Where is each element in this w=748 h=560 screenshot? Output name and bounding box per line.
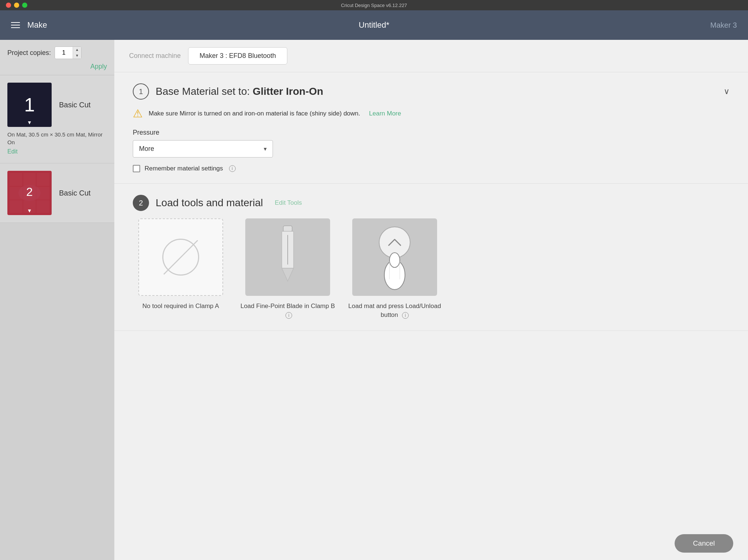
warning-row: ⚠ Make sure Mirror is turned on and iron… [133, 107, 730, 120]
press-svg [361, 220, 428, 294]
main-layout: Project copies: ▲ ▼ Apply 1 ▼ Basic Cut [0, 40, 748, 560]
apply-button[interactable]: Apply [7, 63, 107, 70]
mat-scroll-arrow-2: ▼ [27, 208, 32, 214]
connect-machine-button[interactable]: Maker 3 : EFD8 Bluetooth [188, 47, 287, 65]
pressure-select[interactable]: More ▾ [133, 140, 273, 158]
close-button[interactable] [6, 3, 11, 8]
app-title: Cricut Design Space v6.12.227 [341, 3, 407, 8]
project-copies-label: Project copies: [7, 49, 51, 57]
tool-image-3 [352, 218, 437, 296]
step-1-title: Base Material set to: Glitter Iron-On [156, 86, 323, 97]
tool-label-1: No tool required in Clamp A [142, 302, 219, 311]
tools-row: No tool required in Clamp A [133, 218, 730, 319]
tool-label-3: Load mat and press Load/Unload button i [347, 302, 443, 319]
tool-label-2: Load Fine-Point Blade in Clamp B i [240, 302, 336, 319]
tool-card-2: Load Fine-Point Blade in Clamp B i [240, 218, 336, 319]
mat-item-1: 1 ▼ Basic Cut On Mat, 30.5 cm × 30.5 cm … [0, 75, 114, 163]
edit-tools-link[interactable]: Edit Tools [275, 199, 302, 207]
copies-down-button[interactable]: ▼ [73, 53, 81, 59]
cancel-button[interactable]: Cancel [675, 534, 733, 553]
step-1-number: 1 [139, 87, 143, 96]
hamburger-line-3 [11, 27, 20, 28]
minimize-button[interactable] [14, 3, 19, 8]
connect-label: Connect machine [129, 52, 181, 60]
remember-info-icon[interactable]: i [229, 165, 236, 172]
step-1-section: 1 Base Material set to: Glitter Iron-On … [114, 72, 748, 184]
step-1-chevron[interactable]: ∨ [724, 87, 730, 96]
step-1-header: 1 Base Material set to: Glitter Iron-On … [133, 83, 730, 100]
hamburger-line-1 [11, 22, 20, 23]
svg-point-8 [389, 253, 400, 267]
mat-item-1-inner: 1 ▼ Basic Cut [7, 83, 107, 127]
remember-checkbox[interactable] [133, 165, 140, 172]
content-area: Connect machine Maker 3 : EFD8 Bluetooth… [114, 40, 748, 560]
bottom-bar: Cancel [114, 527, 748, 560]
project-copies-row: Project copies: ▲ ▼ [7, 46, 107, 59]
title-bar: Cricut Design Space v6.12.227 [0, 0, 748, 10]
blade-svg [273, 224, 302, 290]
sidebar-top: Project copies: ▲ ▼ Apply [0, 40, 114, 75]
step-2-section: 2 Load tools and material Edit Tools No … [114, 184, 748, 331]
warning-text: Make sure Mirror is turned on and iron-o… [149, 110, 360, 117]
nav-left: Make [11, 20, 47, 30]
sidebar: Project copies: ▲ ▼ Apply 1 ▼ Basic Cut [0, 40, 114, 560]
nav-bar: Make Untitled* Maker 3 [0, 10, 748, 40]
warning-icon: ⚠ [133, 107, 143, 120]
copies-input-wrap[interactable]: ▲ ▼ [55, 46, 82, 59]
machine-name: Maker 3 [710, 21, 737, 30]
step-1-material: Glitter Iron-On [253, 86, 323, 97]
tool-image-1 [138, 218, 223, 296]
tool-card-3: Load mat and press Load/Unload button i [347, 218, 443, 319]
make-label: Make [27, 20, 47, 30]
mat-thumbnail-2: 2 ▼ [7, 171, 52, 215]
copies-arrows: ▲ ▼ [73, 47, 81, 59]
mat-item-2-inner: 2 ▼ Basic Cut [7, 171, 107, 215]
copies-up-button[interactable]: ▲ [73, 47, 81, 53]
tool-image-2 [245, 218, 330, 296]
svg-marker-5 [282, 268, 294, 281]
remember-row: Remember material settings i [133, 165, 730, 172]
svg-rect-2 [283, 226, 292, 232]
mat-info-1: On Mat, 30.5 cm × 30.5 cm Mat, Mirror On… [7, 131, 107, 156]
mat-thumbnail-1: 1 ▼ [7, 83, 52, 127]
hamburger-menu[interactable] [11, 22, 20, 28]
mat-info-text-1: On Mat, 30.5 cm × 30.5 cm Mat, Mirror On [7, 131, 103, 145]
mat-label-1: Basic Cut [59, 101, 91, 109]
step-1-circle: 1 [133, 83, 149, 100]
mat-edit-link-1[interactable]: Edit [7, 148, 18, 156]
maximize-button[interactable] [22, 3, 27, 8]
hamburger-line-2 [11, 25, 20, 25]
pressure-label: Pressure [133, 129, 730, 136]
window-controls[interactable] [6, 3, 27, 8]
mat-label-2: Basic Cut [59, 189, 91, 197]
remember-label: Remember material settings [145, 165, 223, 172]
mat-scroll-arrow-1: ▼ [27, 120, 32, 125]
step-2-circle: 2 [133, 195, 149, 211]
no-tool-icon [162, 239, 199, 276]
pressure-select-value: More [139, 145, 264, 153]
copies-input[interactable] [55, 48, 73, 58]
svg-text:2: 2 [26, 185, 33, 198]
tool-card-1: No tool required in Clamp A [133, 218, 229, 319]
step-2-number: 2 [139, 199, 143, 207]
mat-item-2: 2 ▼ Basic Cut [0, 163, 114, 223]
blade-info-icon[interactable]: i [285, 312, 292, 319]
step-1-prefix: Base Material set to: [156, 86, 250, 97]
connect-bar: Connect machine Maker 3 : EFD8 Bluetooth [114, 40, 748, 72]
step-2-header: 2 Load tools and material Edit Tools [133, 195, 730, 211]
step-2-title: Load tools and material [156, 197, 263, 209]
project-title: Untitled* [359, 20, 389, 30]
mat-number-1: 1 [24, 94, 35, 116]
pressure-dropdown-icon: ▾ [264, 145, 267, 152]
press-info-icon[interactable]: i [402, 312, 409, 319]
pressure-section: Pressure More ▾ [133, 129, 730, 158]
mat-silhouette-2: 2 [15, 180, 44, 206]
learn-more-link[interactable]: Learn More [369, 110, 401, 117]
